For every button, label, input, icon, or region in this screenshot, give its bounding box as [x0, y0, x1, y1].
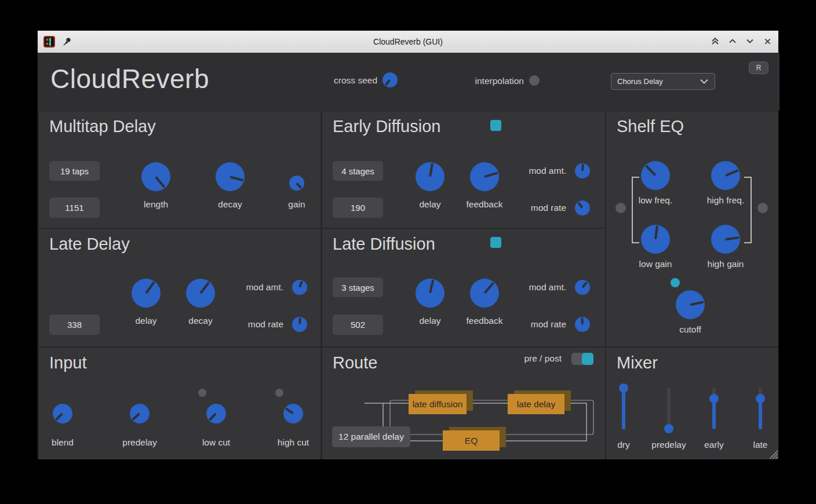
blend-label: blend	[34, 437, 92, 448]
late-diffusion-mod-amt-label: mod amt.	[508, 282, 566, 293]
decay-knob[interactable]	[216, 162, 245, 191]
chevron-down-icon[interactable]	[742, 34, 757, 49]
panel-title: Early Diffusion	[333, 117, 440, 136]
late-slider[interactable]	[759, 388, 762, 429]
slider-thumb[interactable]	[756, 394, 765, 403]
late-delay-mod-amt-label: mod amt.	[225, 282, 283, 293]
low-gain-knob[interactable]	[641, 225, 670, 254]
predelay-slider[interactable]	[667, 388, 671, 429]
plugin-window: CloudReverb (GUI) CloudReverb cross seed	[37, 30, 779, 459]
app-title: CloudReverb	[50, 63, 209, 94]
panel-shelf-eq: Shelf EQ low freq. high freq. low gain h…	[606, 111, 778, 346]
interpolation-toggle[interactable]	[529, 75, 540, 86]
high-cut-knob[interactable]	[283, 404, 303, 423]
parallel-delay-node[interactable]: 12 parallel delay	[332, 426, 410, 447]
panel-early-diffusion: Early Diffusion 4 stages 190 delay feedb…	[322, 111, 605, 228]
low-cut-knob[interactable]	[206, 404, 226, 423]
panel-title: Mixer	[617, 353, 658, 372]
late-delay-mod-amt-knob[interactable]	[292, 280, 307, 295]
early-feedback-knob[interactable]	[470, 162, 499, 191]
high-shelf-disabled-dot	[757, 203, 768, 213]
late-delay-delay-knob[interactable]	[132, 279, 161, 308]
early-mod-amt-label: mod amt.	[508, 166, 566, 176]
early-mod-rate-label: mod rate	[508, 203, 566, 213]
preset-dropdown[interactable]: Chorus Delay	[611, 73, 715, 90]
titlebar[interactable]: CloudReverb (GUI)	[38, 31, 778, 53]
panel-multitap-delay: Multitap Delay 19 taps 1151 length decay…	[39, 111, 320, 228]
panel-title: Late Diffusion	[333, 235, 435, 254]
gain-knob[interactable]	[289, 176, 304, 191]
close-icon[interactable]	[760, 34, 775, 49]
interpolation-label: interpolation	[437, 76, 524, 86]
high-gain-label: high gain	[697, 259, 755, 269]
early-slider[interactable]	[712, 388, 716, 429]
low-gain-label: low gain	[626, 259, 684, 269]
late-diffusion-mod-amt-knob[interactable]	[575, 280, 590, 295]
low-cut-disabled-dot	[198, 389, 206, 397]
desktop: { "window": { "title": "CloudReverb (GUI…	[0, 0, 816, 504]
dry-slider[interactable]	[622, 388, 625, 429]
gain-label: gain	[268, 199, 326, 210]
header: CloudReverb cross seed interpolation Cho…	[38, 53, 779, 111]
slider-fill	[712, 399, 716, 429]
late-delay-decay-knob[interactable]	[186, 279, 215, 308]
slider-fill	[622, 388, 625, 429]
panel-title: Late Delay	[49, 235, 130, 254]
slider-thumb[interactable]	[619, 384, 628, 393]
late-delay-mod-rate-knob[interactable]	[292, 317, 307, 332]
early-stages-button[interactable]: 4 stages	[333, 161, 383, 181]
input-predelay-knob[interactable]	[130, 404, 150, 423]
reset-button[interactable]: R	[749, 61, 768, 74]
window-title: CloudReverb (GUI)	[38, 37, 778, 46]
late-delay-seed-value[interactable]: 338	[49, 315, 100, 335]
low-freq-knob[interactable]	[641, 161, 670, 190]
route-late-diffusion-node[interactable]: late diffusion	[409, 394, 467, 414]
low-shelf-disabled-dot	[615, 203, 626, 213]
cutoff-knob[interactable]	[676, 290, 705, 319]
late-stages-button[interactable]: 3 stages	[333, 277, 383, 297]
late-diffusion-feedback-label: feedback	[456, 316, 513, 326]
slider-thumb[interactable]	[664, 424, 673, 433]
early-mod-amt-knob[interactable]	[575, 163, 590, 178]
low-freq-label: low freq.	[626, 195, 684, 206]
decay-label: decay	[201, 199, 259, 210]
low-cut-label: low cut	[187, 437, 245, 448]
cross-seed-knob[interactable]	[382, 72, 398, 87]
early-feedback-label: feedback	[456, 199, 513, 210]
high-freq-label: high freq.	[697, 195, 755, 206]
panel-title: Input	[49, 353, 87, 372]
late-diffusion-feedback-knob[interactable]	[470, 279, 499, 308]
late-diffusion-delay-knob[interactable]	[416, 279, 445, 308]
high-cut-label: high cut	[264, 437, 322, 448]
blend-knob[interactable]	[53, 404, 72, 423]
route-eq-node[interactable]: EQ	[443, 430, 500, 451]
taps-button[interactable]: 19 taps	[49, 161, 100, 181]
late-diffusion-enable-checkbox[interactable]	[490, 237, 501, 248]
early-diffusion-enable-checkbox[interactable]	[490, 120, 501, 131]
chevron-up-icon[interactable]	[725, 34, 740, 49]
slider-track[interactable]	[667, 388, 671, 429]
high-freq-knob[interactable]	[711, 161, 740, 190]
panel-route: Route pre / post late diffusion late del…	[322, 348, 605, 459]
route-late-delay-node[interactable]: late delay	[508, 394, 564, 414]
panel-title: Multitap Delay	[49, 117, 156, 136]
double-chevron-up-icon[interactable]	[708, 34, 723, 49]
high-gain-knob[interactable]	[711, 225, 740, 254]
early-delay-label: delay	[401, 199, 459, 210]
late-label: late	[731, 440, 789, 450]
panel-late-delay: Late Delay 338 delay decay mod amt. mod …	[39, 229, 320, 346]
multitap-seed-value[interactable]: 1151	[49, 198, 100, 218]
late-delay-decay-label: decay	[172, 316, 230, 326]
early-seed-value[interactable]: 190	[333, 198, 383, 218]
resize-grip[interactable]	[767, 448, 778, 459]
slider-thumb[interactable]	[709, 394, 719, 403]
late-diffusion-seed-value[interactable]: 502	[333, 315, 383, 335]
cutoff-enable-dot[interactable]	[671, 278, 680, 287]
cutoff-label: cutoff	[661, 324, 719, 335]
late-diffusion-mod-rate-label: mod rate	[508, 319, 566, 330]
early-delay-knob[interactable]	[416, 162, 445, 191]
early-mod-rate-knob[interactable]	[575, 200, 590, 216]
cross-seed-label: cross seed	[290, 75, 377, 86]
late-diffusion-mod-rate-knob[interactable]	[575, 317, 590, 332]
length-knob[interactable]	[141, 162, 170, 191]
